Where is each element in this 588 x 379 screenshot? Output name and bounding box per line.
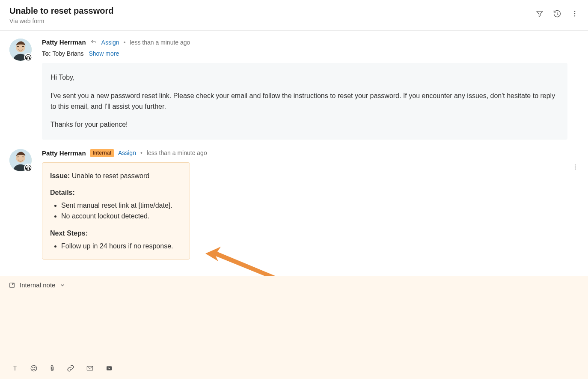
note-issue-text: Unable to reset password	[72, 172, 149, 179]
assign-link[interactable]: Assign	[118, 149, 136, 156]
reply-content: Hi Toby, I've sent you a new password re…	[42, 63, 567, 140]
chevron-down-icon	[59, 282, 65, 288]
internal-badge: Internal	[90, 149, 114, 157]
ticket-header: Unable to reset password Via web form	[0, 0, 588, 31]
text-format-icon[interactable]	[11, 364, 19, 372]
reply-paragraph: Hi Toby,	[50, 72, 559, 83]
list-item: No account lockout detected.	[61, 211, 182, 222]
composer: Internal note	[0, 276, 588, 379]
message-meta: Patty Herrman Internal Assign • less tha…	[42, 149, 579, 157]
note-details-label: Details:	[50, 187, 182, 198]
more-icon[interactable]	[571, 10, 579, 18]
list-item: Follow up in 24 hours if no response.	[61, 241, 182, 252]
separator-dot: •	[124, 39, 126, 46]
assign-link[interactable]: Assign	[101, 39, 119, 46]
ticket-header-actions	[536, 6, 579, 18]
message-body: Patty Herrman Assign • less than a minut…	[42, 39, 579, 140]
note-nextsteps-label: Next Steps:	[50, 228, 182, 239]
svg-point-16	[31, 365, 37, 371]
emoji-icon[interactable]	[30, 364, 38, 372]
to-label: To:	[42, 50, 51, 57]
composer-toolbar	[0, 360, 588, 379]
avatar	[9, 149, 32, 171]
to-name: Toby Brians	[52, 50, 83, 57]
message-internal-note: Patty Herrman Internal Assign • less tha…	[0, 146, 588, 263]
note-details-list: Sent manual reset link at [time/date]. N…	[61, 200, 182, 222]
composer-mode-label: Internal note	[20, 281, 55, 289]
macro-icon[interactable]	[105, 365, 113, 372]
message-body: Patty Herrman Internal Assign • less tha…	[42, 149, 579, 260]
message-public-reply: Patty Herrman Assign • less than a minut…	[0, 35, 588, 143]
sender-name: Patty Herrman	[42, 149, 86, 157]
avatar	[9, 39, 32, 61]
composer-mode-selector[interactable]: Internal note	[0, 276, 588, 294]
agent-badge-icon	[24, 164, 33, 172]
note-issue-label: Issue:	[50, 172, 70, 179]
email-icon[interactable]	[86, 365, 94, 372]
reply-paragraph: Thanks for your patience!	[50, 119, 559, 130]
svg-point-11	[575, 164, 576, 165]
svg-point-13	[575, 169, 576, 170]
message-timestamp: less than a minute ago	[130, 39, 190, 46]
svg-point-17	[33, 367, 33, 368]
separator-dot: •	[140, 149, 143, 156]
svg-point-1	[574, 13, 576, 15]
reply-icon	[90, 39, 97, 46]
conversation-thread: Patty Herrman Assign • less than a minut…	[0, 31, 588, 263]
svg-point-12	[575, 167, 576, 167]
note-icon	[9, 282, 15, 289]
internal-note-content: Issue: Unable to reset password Details:…	[42, 162, 190, 260]
svg-point-18	[35, 367, 36, 368]
sender-name: Patty Herrman	[42, 39, 86, 46]
ticket-title: Unable to reset password	[9, 6, 113, 16]
show-more-link[interactable]: Show more	[89, 50, 119, 57]
ticket-header-left: Unable to reset password Via web form	[9, 6, 113, 24]
message-meta: Patty Herrman Assign • less than a minut…	[42, 39, 579, 46]
link-icon[interactable]	[67, 364, 74, 372]
recipients-line: To: Toby Brians Show more	[42, 50, 579, 57]
ticket-source: Via web form	[9, 18, 113, 24]
message-timestamp: less than a minute ago	[147, 149, 207, 156]
svg-point-2	[574, 15, 576, 17]
svg-point-0	[574, 11, 576, 12]
attachment-icon[interactable]	[49, 364, 56, 372]
svg-point-6	[25, 54, 31, 60]
agent-badge-icon	[24, 53, 33, 62]
message-more-icon[interactable]	[572, 164, 579, 172]
note-nextsteps-list: Follow up in 24 hours if no response.	[61, 241, 182, 252]
reply-paragraph: I've sent you a new password reset link.…	[50, 91, 559, 112]
list-item: Sent manual reset link at [time/date].	[61, 200, 182, 211]
history-icon[interactable]	[553, 9, 561, 18]
filter-icon[interactable]	[536, 10, 543, 18]
svg-point-10	[25, 165, 31, 171]
